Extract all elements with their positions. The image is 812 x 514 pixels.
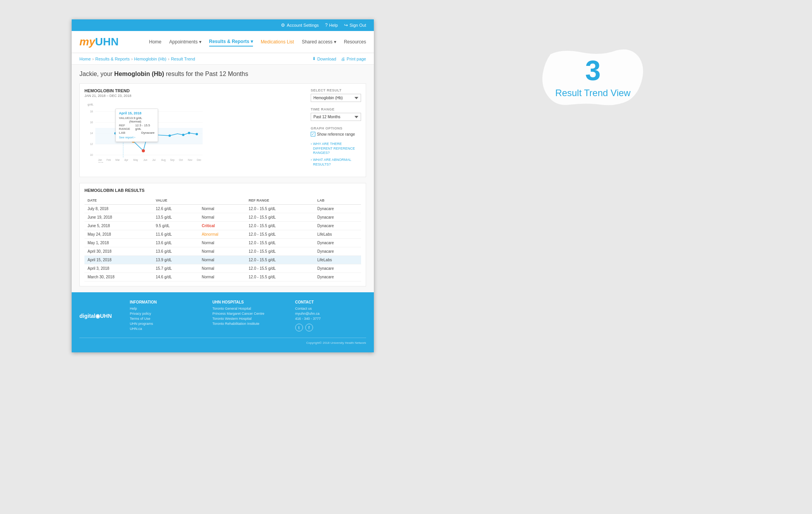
cell-lab: Dynacare (314, 247, 361, 256)
cell-value: 14.6 g/dL (153, 273, 199, 281)
abnormal-results-link[interactable]: › WHAT ARE ABNORMAL RESULTS? (311, 158, 361, 167)
print-button[interactable]: 🖨 Print page (341, 56, 366, 61)
footer-copyright: Copyright© 2018 University Health Networ… (79, 338, 366, 345)
footer-uhn-ca[interactable]: UHN.ca (130, 327, 201, 331)
footer-contact-us[interactable]: Contact us (295, 307, 366, 310)
nav-results-reports[interactable]: Results & Reports ▾ (209, 37, 253, 47)
footer: digital◉UHN INFORMATION Help Privacy pol… (72, 292, 374, 352)
table-row[interactable]: April 15, 2018 13.9 g/dL Normal 12.0 - 1… (84, 256, 361, 264)
header: myUHN Home Appointments ▾ Results & Repo… (72, 31, 374, 53)
cell-status: Abnormal (199, 230, 246, 239)
faq-links: › WHY ARE THERE DIFFERENT REFERENCE RANG… (311, 142, 361, 167)
time-range-dropdown[interactable]: Past 12 Months (311, 113, 361, 121)
nav-shared-access[interactable]: Shared access ▾ (302, 38, 336, 46)
footer-terms[interactable]: Terms of Use (130, 317, 201, 321)
table-row[interactable]: April 3, 2018 15.7 g/dL Normal 12.0 - 15… (84, 264, 361, 273)
show-ref-range-checkbox[interactable]: ✓ Show reference range (311, 132, 361, 136)
select-result-group: SELECT RESULT Hemoglobin (Hb) (311, 88, 361, 102)
cell-date: March 30, 2018 (84, 273, 153, 281)
table-row[interactable]: June 19, 2018 13.5 g/dL Normal 12.0 - 15… (84, 213, 361, 222)
nav-resources[interactable]: Resources (344, 38, 366, 46)
select-result-dropdown[interactable]: Hemoglobin (Hb) (311, 94, 361, 102)
svg-text:18: 18 (90, 110, 93, 113)
breadcrumb-home[interactable]: Home (79, 57, 91, 61)
col-ref-range: REF RANGE (246, 197, 314, 205)
footer-privacy[interactable]: Privacy policy (130, 312, 201, 316)
cell-value: 9.5 g/dL (153, 222, 199, 230)
svg-point-35 (142, 149, 145, 152)
svg-text:Jan: Jan (98, 159, 102, 161)
nav-home[interactable]: Home (149, 38, 162, 46)
download-button[interactable]: ⬇ Download (312, 56, 336, 61)
footer-tri[interactable]: Toronto Rehabilitation Institute (212, 322, 283, 326)
twitter-icon[interactable]: t (295, 324, 303, 331)
footer-top: digital◉UHN INFORMATION Help Privacy pol… (79, 300, 366, 332)
chart-date-range: JAN 21, 2018 – DEC 23, 2018 (84, 94, 303, 98)
cell-status: Normal (199, 256, 246, 264)
footer-email[interactable]: myuhn@uhn.ca (295, 312, 366, 316)
logo-uhn: UHN (95, 36, 119, 48)
cell-value: 13.5 g/dL (153, 213, 199, 222)
table-row[interactable]: July 8, 2018 12.6 g/dL Normal 12.0 - 15.… (84, 205, 361, 213)
cell-value: 11.6 g/dL (153, 230, 199, 239)
chart-title: HEMOGLOBIN TREND (84, 88, 303, 93)
help-icon: ? (325, 22, 328, 28)
nav-medications[interactable]: Medications List (261, 38, 294, 46)
table-section: HEMOGLOBIN LAB RESULTS DATE VALUE REF RA… (79, 183, 366, 286)
cell-date: July 8, 2018 (84, 205, 153, 213)
page-title: Jackie, your Hemoglobin (Hb) results for… (79, 71, 366, 78)
cell-status: Normal (199, 273, 246, 281)
footer-logo: digital◉UHN (79, 300, 118, 332)
col-status (199, 197, 246, 205)
footer-tgh[interactable]: Toronto General Hospital (212, 307, 283, 310)
footer-uhn-programs[interactable]: UHN programs (130, 322, 201, 326)
footer-twh[interactable]: Toronto Western Hospital (212, 317, 283, 321)
cell-value: 13.9 g/dL (153, 256, 199, 264)
breadcrumb-hb[interactable]: Hemoglobin (Hb) (134, 57, 166, 61)
table-row[interactable]: April 30, 2018 13.6 g/dL Normal 12.0 - 1… (84, 247, 361, 256)
facebook-icon[interactable]: f (305, 324, 313, 331)
cell-date: June 19, 2018 (84, 213, 153, 222)
account-settings-link[interactable]: ⚙ Account Settings (281, 22, 319, 28)
breadcrumb-result-trend[interactable]: Result Trend (171, 57, 195, 61)
table-row[interactable]: May 24, 2018 11.6 g/dL Abnormal 12.0 - 1… (84, 230, 361, 239)
footer-contact: CONTACT Contact us myuhn@uhn.ca 416 - 34… (295, 300, 366, 332)
help-link[interactable]: ? Help (325, 22, 338, 28)
cell-date: June 5, 2018 (84, 222, 153, 230)
breadcrumb-results[interactable]: Results & Reports (95, 57, 130, 61)
cell-date: May 24, 2018 (84, 230, 153, 239)
footer-pmcc[interactable]: Princess Margaret Cancer Centre (212, 312, 283, 316)
cell-lab: Dynacare (314, 205, 361, 213)
svg-text:10: 10 (90, 154, 93, 156)
lab-results-table: DATE VALUE REF RANGE LAB July 8, 2018 12… (84, 197, 361, 281)
cell-ref-range: 12.0 - 15.5 g/dL (246, 239, 314, 247)
cell-ref-range: 12.0 - 15.5 g/dL (246, 264, 314, 273)
table-row[interactable]: June 5, 2018 9.5 g/dL Critical 12.0 - 15… (84, 222, 361, 230)
svg-point-33 (188, 132, 190, 134)
right-panel: 3 Result Trend View (374, 39, 812, 116)
account-icon: ⚙ (281, 22, 285, 28)
controls-panel: SELECT RESULT Hemoglobin (Hb) TIME RANGE… (311, 88, 361, 172)
nav-appointments[interactable]: Appointments ▾ (169, 38, 201, 46)
tooltip-see-report[interactable]: See report › (119, 136, 155, 139)
cell-ref-range: 12.0 - 15.5 g/dL (246, 213, 314, 222)
footer-help[interactable]: Help (130, 307, 201, 310)
chart-section: HEMOGLOBIN TREND JAN 21, 2018 – DEC 23, … (79, 83, 366, 177)
col-date: DATE (84, 197, 153, 205)
time-range-group: TIME RANGE Past 12 Months (311, 107, 361, 121)
why-different-link[interactable]: › WHY ARE THERE DIFFERENT REFERENCE RANG… (311, 142, 361, 155)
cell-ref-range: 12.0 - 15.5 g/dL (246, 222, 314, 230)
breadcrumb-path: Home › Results & Reports › Hemoglobin (H… (79, 57, 195, 61)
cell-date: April 30, 2018 (84, 247, 153, 256)
svg-text:Oct: Oct (179, 159, 183, 161)
cell-status: Normal (199, 264, 246, 273)
svg-point-31 (169, 135, 171, 137)
sign-out-link[interactable]: ↪ Sign Out (344, 22, 366, 28)
cell-value: 13.6 g/dL (153, 239, 199, 247)
table-row[interactable]: May 1, 2018 13.6 g/dL Normal 12.0 - 15.5… (84, 239, 361, 247)
footer-social: t f (295, 324, 366, 331)
cell-lab: Dynacare (314, 239, 361, 247)
cell-lab: LifeLabs (314, 230, 361, 239)
table-row[interactable]: March 30, 2018 14.6 g/dL Normal 12.0 - 1… (84, 273, 361, 281)
cell-ref-range: 12.0 - 15.5 g/dL (246, 273, 314, 281)
